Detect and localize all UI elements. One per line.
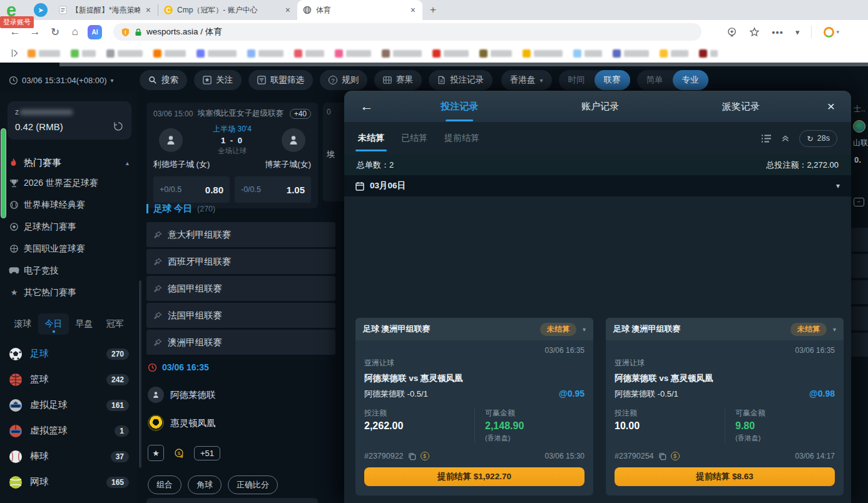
tab-close-icon[interactable]: ×	[409, 5, 417, 15]
market-pill-正确比分[interactable]: 正确比分	[228, 475, 278, 494]
period-tab-滚球[interactable]: 滚球	[8, 313, 38, 335]
browser-tab[interactable]: CCmp（冠军）- 账户中心×	[158, 0, 297, 20]
favorite-star-icon[interactable]: ★	[148, 445, 164, 461]
add-shortcut-icon[interactable]	[727, 27, 737, 38]
more-markets-badge[interactable]: +40	[290, 109, 311, 119]
reload-icon[interactable]: ↻	[45, 26, 65, 39]
tab-close-icon[interactable]: ×	[145, 5, 152, 15]
server-time[interactable]: 03/06 15:31:04(+08:00) ▾	[9, 76, 133, 85]
toolbar-button-赛果[interactable]: 赛果	[374, 70, 422, 90]
horizontal-scrollbar[interactable]	[59, 63, 868, 66]
featured-match-card[interactable]: 03/06 15:00 埃塞俄比亚女子超级联赛 +40 上半场 30'4 1 -…	[146, 103, 318, 208]
tab-close-icon[interactable]: ×	[284, 5, 292, 15]
coin-icon[interactable]: $	[421, 452, 429, 460]
bookmark-item[interactable]	[699, 49, 718, 58]
bookmark-item[interactable]	[432, 49, 469, 58]
league-row[interactable]: 意大利甲组联赛	[146, 222, 335, 247]
browser-tab[interactable]: 【新提醒】*海燕策略研究論×	[53, 0, 158, 20]
more-menu-icon[interactable]: •••	[772, 27, 784, 38]
toggle-option-简单[interactable]: 简单	[637, 70, 673, 90]
new-tab-button[interactable]: +	[422, 0, 444, 20]
sport-item-网球[interactable]: 网球165	[0, 469, 138, 495]
toolbar-collapse-icon[interactable]: ▾	[795, 28, 800, 37]
collapse-up-icon[interactable]: ▴	[126, 160, 129, 166]
date-group-row[interactable]: 03月06日 ▾	[344, 175, 851, 196]
bookmark-item[interactable]	[153, 49, 186, 58]
sport-item-虚拟篮球[interactable]: 虚拟篮球1	[0, 418, 138, 444]
period-tab-今日[interactable]: 今日	[38, 313, 69, 335]
toolbar-button-搜索[interactable]: 搜索	[140, 70, 187, 90]
sport-item-篮球[interactable]: 篮球242	[0, 367, 138, 392]
bookmark-item[interactable]	[106, 49, 143, 58]
market-pill-角球[interactable]: 角球	[188, 475, 222, 494]
league-row[interactable]: 法国甲组联赛	[146, 303, 335, 328]
home-team-row[interactable]: 阿德莱德联	[148, 387, 216, 403]
toggle-option-时间[interactable]: 时间	[559, 70, 595, 90]
panel-back-icon[interactable]: ←	[344, 99, 389, 114]
hot-event-item[interactable]: 美国职业篮球赛	[0, 238, 138, 260]
browser-menu-button[interactable]: ▾	[824, 27, 839, 38]
bookmark-item[interactable]	[479, 49, 512, 58]
bookmark-item[interactable]	[573, 49, 602, 58]
warning-shield-icon[interactable]: !	[121, 28, 130, 37]
partial-next-card[interactable]: 0 埃	[323, 103, 344, 201]
bookmark-item[interactable]	[660, 49, 688, 58]
column-scrollbar[interactable]	[139, 280, 141, 468]
bookmark-star-icon[interactable]	[749, 27, 760, 38]
telegram-icon[interactable]: ➤	[34, 3, 48, 17]
bookmark-item[interactable]	[294, 49, 324, 58]
bookmark-item[interactable]	[382, 49, 422, 58]
refresh-balance-icon[interactable]	[113, 121, 124, 132]
list-view-icon[interactable]	[761, 134, 772, 143]
panel-tab-账户记录[interactable]: 账户记录	[530, 97, 671, 116]
edge-collapse-icon[interactable]: −	[854, 198, 864, 206]
bookmark-item[interactable]	[335, 49, 371, 58]
sport-item-足球[interactable]: 足球270	[0, 341, 138, 367]
cashout-coin-icon[interactable]: $	[173, 447, 185, 459]
market-select[interactable]: 香港盘 ▾	[501, 70, 552, 90]
chevron-down-icon[interactable]: ▾	[833, 326, 836, 333]
panel-subtab-提前结算[interactable]: 提前结算	[444, 128, 479, 149]
sport-item-虚拟足球[interactable]: 虚拟足球161	[0, 392, 138, 418]
hot-event-item[interactable]: 足球热门赛事	[0, 216, 138, 238]
cashout-button[interactable]: 提前结算 $8.63	[615, 467, 835, 486]
home-icon[interactable]: ⌂	[65, 26, 85, 38]
cashout-button[interactable]: 提前结算 $1,922.70	[364, 467, 585, 486]
login-account-badge[interactable]: 登录账号	[0, 16, 34, 28]
sport-item-棒球[interactable]: 棒球37	[0, 444, 138, 469]
league-row[interactable]: 德国甲组联赛	[146, 276, 335, 301]
bookmark-item[interactable]	[523, 49, 563, 58]
hot-event-item[interactable]: 世界棒球经典赛	[0, 194, 138, 216]
hot-events-header[interactable]: 热门赛事 ▴	[0, 153, 138, 172]
coin-icon[interactable]: $	[671, 452, 680, 460]
bookmark-item[interactable]	[71, 49, 96, 58]
more-markets-button[interactable]: +51	[194, 446, 220, 460]
toolbar-button-投注记录[interactable]: 投注记录	[429, 70, 493, 90]
bet-card-header[interactable]: 足球 澳洲甲组联赛未结算▾	[606, 318, 844, 340]
toolbar-button-关注[interactable]: 关注	[194, 70, 242, 90]
league-row[interactable]: 西班牙甲组联赛	[146, 249, 335, 274]
odds-button[interactable]: +0/0.50.80	[153, 176, 230, 203]
scroll-indicator[interactable]	[1, 128, 6, 218]
bookmark-item[interactable]	[28, 49, 60, 58]
market-pill-组合[interactable]: 组合	[148, 475, 181, 494]
ai-assistant-icon[interactable]: AI	[88, 25, 102, 39]
odds-button[interactable]: -0/0.51.05	[235, 176, 311, 203]
away-team-row[interactable]: 惠灵顿凤凰	[148, 415, 216, 431]
panel-subtab-已结算[interactable]: 已结算	[401, 128, 427, 149]
period-tab-早盘[interactable]: 早盘	[69, 313, 100, 335]
toggle-option-专业[interactable]: 专业	[673, 70, 708, 90]
toolbar-button-规则[interactable]: ?规则	[320, 70, 367, 90]
url-field[interactable]: ! wesports.asia / 体育	[113, 23, 702, 41]
collapse-all-icon[interactable]	[781, 134, 790, 143]
bookmark-item[interactable]	[197, 49, 237, 58]
toolbar-button-联盟筛选[interactable]: 联盟筛选	[248, 70, 313, 90]
hot-event-item[interactable]: 电子竞技	[0, 260, 138, 282]
browser-tab[interactable]: 体育×	[297, 0, 422, 20]
chevron-down-icon[interactable]: ▾	[583, 326, 586, 333]
panel-close-icon[interactable]: ×	[811, 99, 851, 114]
chevron-down-icon[interactable]: ▾	[836, 181, 840, 190]
hot-event-item[interactable]: 2026 世界盃足球赛	[0, 172, 138, 194]
panel-subtab-未结算[interactable]: 未结算	[358, 128, 384, 149]
copy-icon[interactable]	[658, 452, 666, 460]
